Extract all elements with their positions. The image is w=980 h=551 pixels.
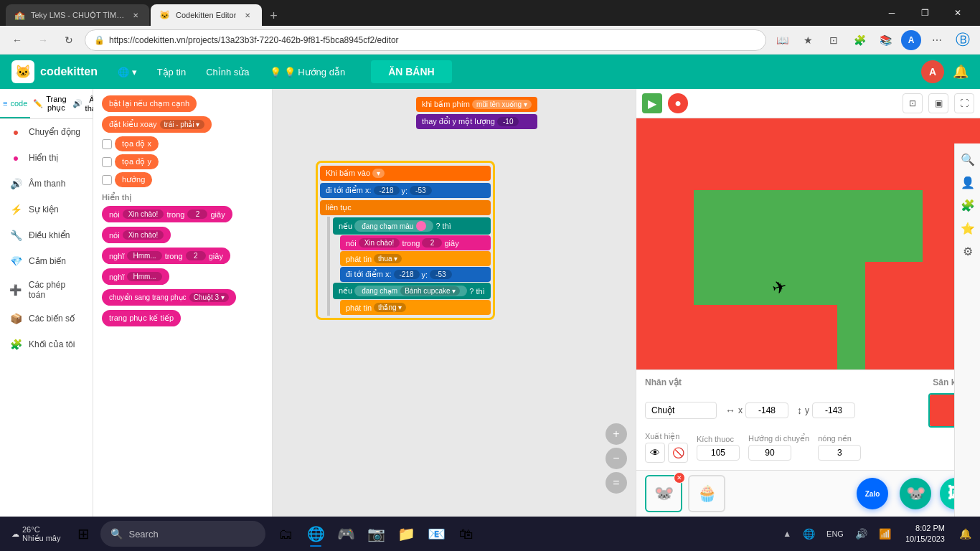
wifi-icon[interactable]: 📶 bbox=[876, 527, 894, 541]
sprite-item-cake[interactable]: 🧁 bbox=[688, 475, 725, 512]
split-icon[interactable]: ⊡ bbox=[824, 30, 844, 50]
block-switch-costume[interactable]: chuyển sang trang phục Chuột 3 ▾ bbox=[102, 289, 236, 306]
checkbox-y[interactable] bbox=[102, 157, 112, 167]
block-var-x[interactable]: tọa độ x bbox=[115, 136, 159, 151]
sprite-item-mouse[interactable]: 🐭 ✕ bbox=[645, 475, 682, 512]
character-sprite[interactable]: ✈ bbox=[771, 276, 790, 299]
block-row-say[interactable]: nói Xin chào! trong 2 giây bbox=[340, 235, 491, 250]
block-bounce[interactable]: bật lại nếu chạm cạnh bbox=[102, 95, 197, 112]
sprite-add-area[interactable]: 🐭 bbox=[900, 478, 931, 509]
char-name-input[interactable] bbox=[645, 402, 717, 419]
block-row-if-sprite[interactable]: nếu đang chạm Bánh cupcake ▾ ? thì bbox=[333, 283, 491, 299]
layout-preview-btn[interactable]: ▣ bbox=[928, 93, 948, 113]
zoom-out-button[interactable]: − bbox=[606, 448, 627, 469]
notifications-badge[interactable]: 🔔 bbox=[956, 527, 974, 541]
direction-input[interactable] bbox=[748, 445, 791, 461]
stop-button[interactable]: ● bbox=[668, 93, 688, 113]
user-avatar[interactable]: A bbox=[921, 60, 944, 83]
block-row-if-color[interactable]: nếu đang chạm màu ? thì bbox=[333, 217, 491, 235]
zalo-button[interactable]: Zalo bbox=[857, 478, 888, 509]
nav-file[interactable]: Tập tin bbox=[149, 62, 195, 82]
tab-code[interactable]: ≡ code bbox=[0, 89, 30, 118]
lang-indicator[interactable]: ENG bbox=[824, 528, 847, 540]
notifications-icon[interactable]: 🔔 bbox=[953, 64, 969, 80]
favorites-icon[interactable]: ★ bbox=[798, 30, 818, 50]
block-think[interactable]: nghĩ Hmm... bbox=[102, 268, 169, 285]
block-var-direction[interactable]: hướng bbox=[115, 172, 152, 187]
back-button[interactable]: ← bbox=[7, 30, 27, 50]
rp-settings-icon[interactable]: ⚙ bbox=[958, 241, 978, 261]
taskbar-app-browser[interactable]: 🌐 bbox=[301, 519, 330, 548]
sidebar-item-vars[interactable]: 📦 Các biến số bbox=[0, 306, 93, 331]
sidebar-item-sound[interactable]: 🔊 Âm thanh bbox=[0, 171, 93, 197]
bg-input[interactable] bbox=[818, 445, 861, 461]
nav-edit[interactable]: Chỉnh sửa bbox=[197, 62, 258, 82]
rp-person-icon[interactable]: 👤 bbox=[958, 172, 978, 192]
checkbox-direction[interactable] bbox=[102, 175, 112, 185]
code-canvas[interactable]: khi bấm phím mũi tên xuống ▾ thay đổi y … bbox=[273, 89, 636, 551]
app-logo[interactable]: 🐱 codekitten bbox=[11, 60, 98, 83]
tab-close-lms[interactable]: ✕ bbox=[131, 9, 141, 21]
block-row-broadcast-win[interactable]: phát tin thắng ▾ bbox=[340, 300, 491, 315]
block-row-forever[interactable]: liên tục bbox=[320, 200, 491, 215]
block-think-seconds[interactable]: nghĩ Hmm... trong 2 giây bbox=[102, 248, 230, 264]
x-input[interactable] bbox=[745, 402, 788, 418]
sidebar-item-movement[interactable]: ● Chuyển động bbox=[0, 119, 93, 145]
maximize-button[interactable]: ❐ bbox=[908, 0, 941, 26]
block-say-seconds[interactable]: nói Xin chào! trong 2 giây bbox=[102, 206, 232, 222]
size-input[interactable] bbox=[697, 445, 740, 461]
block-rotation[interactable]: đặt kiểu xoay trái - phải ▾ bbox=[102, 116, 212, 133]
sprite-thumb-cake[interactable]: 🧁 bbox=[688, 475, 725, 512]
sidebar-item-sensor[interactable]: 💎 Cảm biến bbox=[0, 248, 93, 274]
browser-tab-lms[interactable]: 🏫 Teky LMS - CHUỘT TÌM BÁNH ✕ bbox=[6, 4, 149, 26]
weather-widget[interactable]: ☁ 26°C Nhiều mây bbox=[6, 525, 66, 543]
taskbar-search[interactable]: 🔍 Search bbox=[100, 521, 265, 547]
profile-button[interactable]: A bbox=[901, 30, 921, 50]
sidebar-item-display[interactable]: ● Hiển thị bbox=[0, 145, 93, 171]
refresh-button[interactable]: ↻ bbox=[59, 30, 79, 50]
taskbar-app-explorer[interactable]: 🗂 bbox=[271, 519, 300, 548]
sidebar-item-event[interactable]: ⚡ Sự kiện bbox=[0, 197, 93, 222]
settings-icon[interactable]: ⋯ bbox=[927, 30, 947, 50]
taskbar-app-game[interactable]: 🎮 bbox=[331, 519, 360, 548]
start-button[interactable]: ⊞ bbox=[69, 519, 98, 548]
preview-canvas[interactable]: ✈ bbox=[636, 118, 980, 369]
y-input[interactable] bbox=[812, 402, 855, 418]
nav-globe[interactable]: 🌐 ▾ bbox=[109, 62, 146, 82]
browser-tab-editor[interactable]: 🐱 Codekitten Editor ✕ bbox=[151, 4, 262, 26]
block-say[interactable]: nói Xin chào! bbox=[102, 227, 171, 243]
close-button[interactable]: ✕ bbox=[941, 0, 974, 26]
layout-split-btn[interactable]: ⊡ bbox=[903, 93, 923, 113]
sidebar-item-myblocks[interactable]: 🧩 Khối của tôi bbox=[0, 331, 93, 357]
block-row-goto1[interactable]: đi tới điểm x: -218 y: -53 bbox=[320, 183, 491, 198]
taskbar-app-store[interactable]: 🛍 bbox=[452, 519, 481, 548]
tray-expand-button[interactable]: ▲ bbox=[780, 527, 794, 540]
hide-button[interactable]: 🚫 bbox=[668, 443, 688, 463]
reader-icon[interactable]: 📖 bbox=[772, 30, 792, 50]
block-row-click[interactable]: Khi bấm vào ▾ bbox=[320, 166, 491, 181]
forward-button[interactable]: → bbox=[33, 30, 53, 50]
code-block-arrow[interactable]: khi bấm phím mũi tên xuống ▾ thay đổi y … bbox=[416, 96, 537, 130]
nav-guide[interactable]: 💡 💡 Hướng dẫn bbox=[261, 62, 354, 82]
extensions-icon[interactable]: 🧩 bbox=[849, 30, 870, 50]
show-button[interactable]: 👁 bbox=[645, 443, 665, 463]
block-row-keypress[interactable]: khi bấm phím mũi tên xuống ▾ bbox=[416, 97, 537, 112]
tab-costume[interactable]: ✏️ Trang phục bbox=[30, 89, 69, 118]
sidebar-item-math[interactable]: ➕ Các phép toán bbox=[0, 274, 93, 306]
sprite-delete-mouse[interactable]: ✕ bbox=[674, 472, 685, 484]
collection-icon[interactable]: 📚 bbox=[875, 30, 895, 50]
network-icon[interactable]: 🌐 bbox=[800, 527, 818, 541]
rp-search-icon[interactable]: 🔍 bbox=[958, 149, 978, 169]
zoom-in-button[interactable]: + bbox=[606, 423, 627, 445]
minimize-button[interactable]: ─ bbox=[875, 0, 908, 26]
sidebar-item-control[interactable]: 🔧 Điều khiển bbox=[0, 222, 93, 248]
block-var-y[interactable]: tọa độ y bbox=[115, 154, 159, 169]
volume-icon[interactable]: 🔊 bbox=[852, 527, 870, 541]
zalo-icon[interactable]: Zalo bbox=[857, 478, 888, 509]
block-row-change-y[interactable]: thay đổi y một lượng -10 bbox=[416, 114, 537, 129]
play-button[interactable]: ▶ bbox=[642, 93, 662, 113]
new-tab-button[interactable]: + bbox=[263, 6, 283, 26]
taskbar-app-files[interactable]: 📁 bbox=[392, 519, 420, 548]
taskbar-app-mail[interactable]: 📧 bbox=[422, 519, 451, 548]
rp-puzzle-icon[interactable]: 🧩 bbox=[958, 195, 978, 215]
